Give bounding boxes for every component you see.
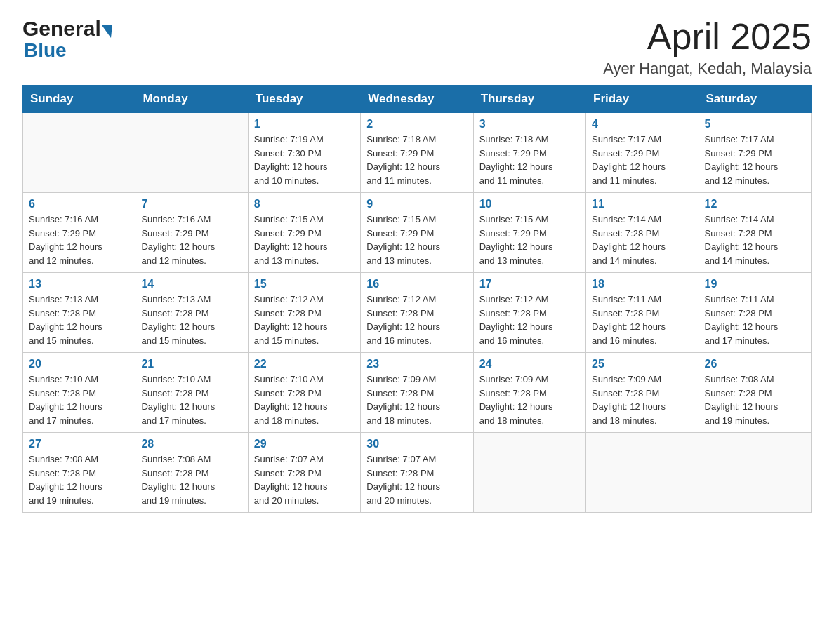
day-number: 22	[254, 358, 355, 370]
day-number: 30	[366, 438, 467, 450]
day-cell: 26Sunrise: 7:08 AM Sunset: 7:28 PM Dayli…	[699, 353, 811, 433]
day-number: 16	[366, 278, 467, 290]
day-number: 6	[29, 198, 129, 210]
day-number: 19	[705, 278, 805, 290]
day-cell: 23Sunrise: 7:09 AM Sunset: 7:28 PM Dayli…	[361, 353, 473, 433]
day-number: 5	[705, 118, 805, 130]
week-row-5: 27Sunrise: 7:08 AM Sunset: 7:28 PM Dayli…	[23, 433, 812, 513]
weekday-header-sunday: Sunday	[23, 86, 135, 113]
day-number: 17	[479, 278, 580, 290]
day-cell: 13Sunrise: 7:13 AM Sunset: 7:28 PM Dayli…	[23, 273, 135, 353]
day-cell: 28Sunrise: 7:08 AM Sunset: 7:28 PM Dayli…	[135, 433, 248, 513]
day-cell: 3Sunrise: 7:18 AM Sunset: 7:29 PM Daylig…	[473, 113, 585, 193]
day-number: 28	[141, 438, 241, 450]
day-info: Sunrise: 7:16 AM Sunset: 7:29 PM Dayligh…	[141, 213, 241, 267]
day-number: 26	[705, 358, 805, 370]
weekday-header-friday: Friday	[586, 86, 699, 113]
day-cell: 29Sunrise: 7:07 AM Sunset: 7:28 PM Dayli…	[248, 433, 360, 513]
day-number: 14	[141, 278, 241, 290]
day-cell: 4Sunrise: 7:17 AM Sunset: 7:29 PM Daylig…	[586, 113, 699, 193]
day-cell: 14Sunrise: 7:13 AM Sunset: 7:28 PM Dayli…	[135, 273, 248, 353]
day-info: Sunrise: 7:08 AM Sunset: 7:28 PM Dayligh…	[705, 373, 805, 427]
day-info: Sunrise: 7:14 AM Sunset: 7:28 PM Dayligh…	[705, 213, 805, 267]
day-number: 27	[29, 438, 129, 450]
day-cell: 11Sunrise: 7:14 AM Sunset: 7:28 PM Dayli…	[586, 193, 699, 273]
day-cell	[473, 433, 585, 513]
weekday-header-thursday: Thursday	[473, 86, 585, 113]
day-cell: 15Sunrise: 7:12 AM Sunset: 7:28 PM Dayli…	[248, 273, 360, 353]
weekday-header-monday: Monday	[135, 86, 248, 113]
day-cell: 7Sunrise: 7:16 AM Sunset: 7:29 PM Daylig…	[135, 193, 248, 273]
day-info: Sunrise: 7:10 AM Sunset: 7:28 PM Dayligh…	[29, 373, 129, 427]
day-info: Sunrise: 7:13 AM Sunset: 7:28 PM Dayligh…	[29, 293, 129, 347]
day-info: Sunrise: 7:08 AM Sunset: 7:28 PM Dayligh…	[141, 452, 241, 507]
day-cell: 18Sunrise: 7:11 AM Sunset: 7:28 PM Dayli…	[586, 273, 699, 353]
day-cell: 20Sunrise: 7:10 AM Sunset: 7:28 PM Dayli…	[23, 353, 135, 433]
day-number: 3	[479, 118, 580, 130]
day-number: 12	[705, 198, 805, 210]
day-number: 11	[592, 198, 692, 210]
day-cell: 10Sunrise: 7:15 AM Sunset: 7:29 PM Dayli…	[473, 193, 585, 273]
day-cell	[699, 433, 811, 513]
day-info: Sunrise: 7:10 AM Sunset: 7:28 PM Dayligh…	[141, 373, 241, 427]
day-info: Sunrise: 7:07 AM Sunset: 7:28 PM Dayligh…	[366, 452, 467, 507]
day-info: Sunrise: 7:11 AM Sunset: 7:28 PM Dayligh…	[592, 293, 692, 347]
day-number: 4	[592, 118, 692, 130]
day-number: 7	[141, 198, 241, 210]
day-number: 2	[366, 118, 467, 130]
day-number: 21	[141, 358, 241, 370]
day-info: Sunrise: 7:15 AM Sunset: 7:29 PM Dayligh…	[254, 213, 355, 267]
weekday-header-tuesday: Tuesday	[248, 86, 360, 113]
day-info: Sunrise: 7:14 AM Sunset: 7:28 PM Dayligh…	[592, 213, 692, 267]
day-cell: 2Sunrise: 7:18 AM Sunset: 7:29 PM Daylig…	[361, 113, 473, 193]
day-info: Sunrise: 7:07 AM Sunset: 7:28 PM Dayligh…	[254, 452, 355, 507]
day-cell: 27Sunrise: 7:08 AM Sunset: 7:28 PM Dayli…	[23, 433, 135, 513]
day-info: Sunrise: 7:08 AM Sunset: 7:28 PM Dayligh…	[29, 452, 129, 507]
logo-general-text: General	[22, 17, 101, 41]
logo: General Blue	[22, 17, 112, 62]
day-info: Sunrise: 7:17 AM Sunset: 7:29 PM Dayligh…	[592, 133, 692, 187]
week-row-1: 1Sunrise: 7:19 AM Sunset: 7:30 PM Daylig…	[23, 113, 812, 193]
day-cell	[23, 113, 135, 193]
day-info: Sunrise: 7:10 AM Sunset: 7:28 PM Dayligh…	[254, 373, 355, 427]
weekday-header-saturday: Saturday	[699, 86, 811, 113]
day-number: 13	[29, 278, 129, 290]
week-row-4: 20Sunrise: 7:10 AM Sunset: 7:28 PM Dayli…	[23, 353, 812, 433]
day-number: 24	[479, 358, 580, 370]
day-cell	[586, 433, 699, 513]
day-cell: 22Sunrise: 7:10 AM Sunset: 7:28 PM Dayli…	[248, 353, 360, 433]
calendar-title: April 2025	[603, 17, 812, 57]
day-info: Sunrise: 7:09 AM Sunset: 7:28 PM Dayligh…	[366, 373, 467, 427]
day-cell: 19Sunrise: 7:11 AM Sunset: 7:28 PM Dayli…	[699, 273, 811, 353]
day-info: Sunrise: 7:18 AM Sunset: 7:29 PM Dayligh…	[366, 133, 467, 187]
day-info: Sunrise: 7:13 AM Sunset: 7:28 PM Dayligh…	[141, 293, 241, 347]
day-number: 20	[29, 358, 129, 370]
day-cell: 21Sunrise: 7:10 AM Sunset: 7:28 PM Dayli…	[135, 353, 248, 433]
day-number: 8	[254, 198, 355, 210]
title-area: April 2025 Ayer Hangat, Kedah, Malaysia	[603, 17, 812, 78]
day-number: 23	[366, 358, 467, 370]
day-cell: 6Sunrise: 7:16 AM Sunset: 7:29 PM Daylig…	[23, 193, 135, 273]
day-info: Sunrise: 7:12 AM Sunset: 7:28 PM Dayligh…	[254, 293, 355, 347]
day-cell: 17Sunrise: 7:12 AM Sunset: 7:28 PM Dayli…	[473, 273, 585, 353]
day-info: Sunrise: 7:15 AM Sunset: 7:29 PM Dayligh…	[479, 213, 580, 267]
day-cell: 16Sunrise: 7:12 AM Sunset: 7:28 PM Dayli…	[361, 273, 473, 353]
day-cell: 12Sunrise: 7:14 AM Sunset: 7:28 PM Dayli…	[699, 193, 811, 273]
day-info: Sunrise: 7:18 AM Sunset: 7:29 PM Dayligh…	[479, 133, 580, 187]
calendar-location: Ayer Hangat, Kedah, Malaysia	[603, 60, 812, 78]
day-info: Sunrise: 7:11 AM Sunset: 7:28 PM Dayligh…	[705, 293, 805, 347]
day-number: 10	[479, 198, 580, 210]
day-info: Sunrise: 7:09 AM Sunset: 7:28 PM Dayligh…	[479, 373, 580, 427]
day-cell: 24Sunrise: 7:09 AM Sunset: 7:28 PM Dayli…	[473, 353, 585, 433]
day-number: 18	[592, 278, 692, 290]
week-row-3: 13Sunrise: 7:13 AM Sunset: 7:28 PM Dayli…	[23, 273, 812, 353]
day-number: 1	[254, 118, 355, 130]
page: General Blue April 2025 Ayer Hangat, Ked…	[0, 0, 834, 644]
day-info: Sunrise: 7:19 AM Sunset: 7:30 PM Dayligh…	[254, 133, 355, 187]
day-info: Sunrise: 7:12 AM Sunset: 7:28 PM Dayligh…	[366, 293, 467, 347]
day-cell: 9Sunrise: 7:15 AM Sunset: 7:29 PM Daylig…	[361, 193, 473, 273]
day-info: Sunrise: 7:17 AM Sunset: 7:29 PM Dayligh…	[705, 133, 805, 187]
day-info: Sunrise: 7:15 AM Sunset: 7:29 PM Dayligh…	[366, 213, 467, 267]
day-number: 29	[254, 438, 355, 450]
day-cell: 30Sunrise: 7:07 AM Sunset: 7:28 PM Dayli…	[361, 433, 473, 513]
